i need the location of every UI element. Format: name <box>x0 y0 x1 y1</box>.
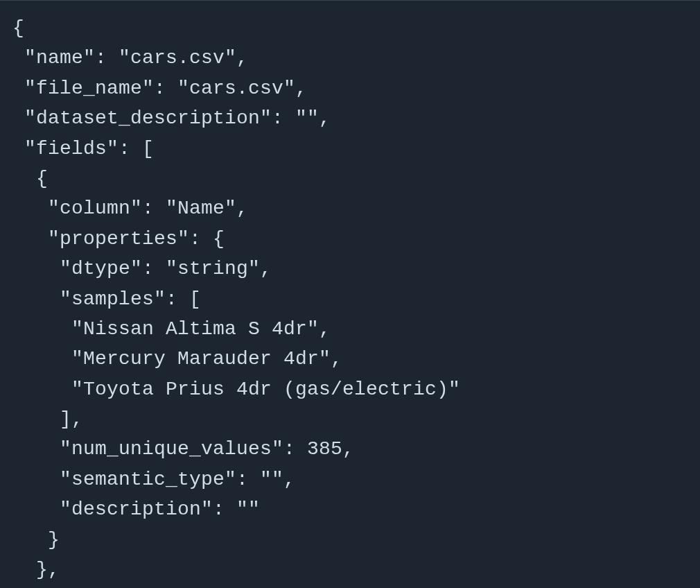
code-block: { "name": "cars.csv", "file_name": "cars… <box>0 1 700 588</box>
